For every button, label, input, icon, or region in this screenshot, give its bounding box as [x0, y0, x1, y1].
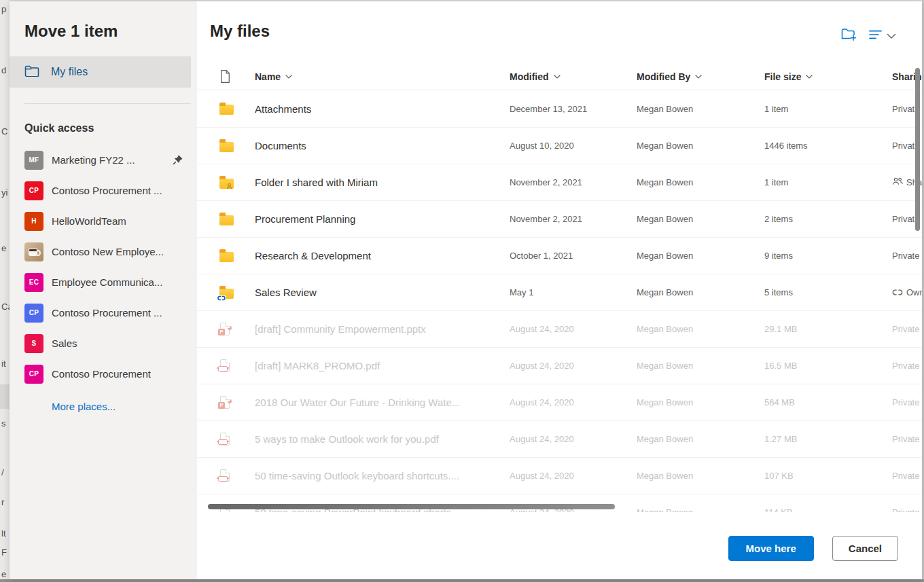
column-header-modified[interactable]: Modified — [510, 71, 637, 82]
table-row[interactable]: DocumentsAugust 10, 2020Megan Bowen1446 … — [197, 127, 922, 164]
folder-icon — [219, 105, 234, 115]
team-avatar: CP — [24, 181, 43, 200]
table-row[interactable]: Folder I shared with MiriamNovember 2, 2… — [197, 164, 922, 200]
row-modified-date: August 24, 2020 — [510, 471, 637, 481]
column-header-name[interactable]: Name — [255, 71, 510, 82]
column-header-modified-by[interactable]: Modified By — [637, 71, 764, 82]
coffee-mug-thumbnail — [24, 242, 43, 261]
table-header-row: Name Modified Modified By File size Shar… — [197, 63, 922, 90]
dialog-footer: Move here Cancel — [728, 536, 898, 561]
chevron-down-icon — [285, 75, 292, 79]
row-name: Folder I shared with Miriam — [255, 177, 510, 188]
chevron-down-icon — [806, 75, 813, 79]
quick-access-item[interactable]: Contoso New Employe... — [10, 236, 197, 267]
row-name: 5 ways to make Outlook work for you.pdf — [255, 433, 510, 445]
table-row[interactable]: Sales ReviewMay 1Megan Bowen5 itemsOwner — [197, 274, 922, 310]
powerpoint-file-icon: P — [219, 396, 231, 410]
background-text-fragment: r — [1, 497, 4, 507]
add-folder-icon — [841, 27, 857, 44]
row-sharing-status: Private — [892, 471, 922, 481]
pin-icon[interactable] — [172, 154, 183, 166]
row-file-size: 9 items — [764, 251, 892, 261]
new-folder-button[interactable] — [841, 27, 857, 44]
row-file-size: 2 items — [764, 214, 892, 224]
quick-access-item[interactable]: CPContoso Procurement ... — [10, 175, 197, 206]
more-places-link[interactable]: More places... — [52, 401, 116, 412]
row-sharing-status: Private — [892, 361, 922, 371]
row-type-icon-cell — [219, 213, 255, 225]
file-list: AttachmentsDecember 13, 2021Megan Bowen1… — [197, 90, 922, 512]
pdf-file-icon — [219, 359, 231, 373]
background-text-fragment: Ca — [1, 302, 10, 312]
row-modified-date: August 10, 2020 — [510, 141, 637, 151]
quick-access-label: Contoso New Employe... — [52, 246, 164, 257]
row-sharing-status: Private — [892, 507, 922, 512]
table-row[interactable]: Research & DevelopmentOctober 1, 2021Meg… — [197, 237, 922, 274]
background-text-fragment: s — [1, 418, 6, 429]
file-type-column-icon — [219, 69, 255, 84]
table-row: [draft] MARK8_PROMO.pdfAugust 24, 2020Me… — [197, 347, 922, 384]
quick-access-heading: Quick access — [24, 122, 197, 134]
dialog-title: Move 1 item — [10, 1, 197, 41]
background-text-fragment: p — [1, 4, 6, 14]
move-here-button[interactable]: Move here — [728, 536, 814, 561]
team-avatar: CP — [24, 365, 43, 384]
row-sharing-status: Private — [892, 434, 922, 444]
quick-access-item[interactable]: MFMarketing FY22 ... — [10, 145, 197, 175]
quick-access-label: Marketing FY22 ... — [52, 154, 135, 166]
background-text-fragment: it — [1, 359, 6, 369]
pdf-file-icon — [219, 433, 231, 446]
quick-access-item[interactable]: HHelloWorldTeam — [10, 206, 197, 236]
table-row[interactable]: AttachmentsDecember 13, 2021Megan Bowen1… — [197, 90, 922, 127]
row-modified-by: Megan Bowen — [637, 397, 764, 407]
row-file-size: 114 KB — [764, 507, 892, 512]
cancel-button[interactable]: Cancel — [832, 536, 898, 561]
row-file-size: 1 item — [764, 177, 892, 187]
sidebar-item-my-files[interactable]: My files — [10, 56, 191, 88]
row-sharing-status: Private — [892, 397, 922, 407]
row-sharing-status: Private — [892, 251, 922, 261]
row-type-icon-cell — [219, 177, 255, 189]
link-icon — [892, 287, 903, 297]
column-header-file-size[interactable]: File size — [764, 71, 892, 82]
row-name: Research & Development — [255, 250, 510, 261]
table-row[interactable]: Procurement PlanningNovember 2, 2021Mega… — [197, 200, 922, 237]
background-highlight-band — [0, 384, 10, 409]
background-text-fragment: e — [1, 569, 6, 579]
team-avatar: H — [24, 212, 43, 231]
quick-access-item[interactable]: CPContoso Procurement ... — [10, 297, 197, 328]
link-badge-icon — [217, 295, 226, 301]
quick-access-list: MFMarketing FY22 ...CPContoso Procuremen… — [10, 145, 197, 389]
chevron-down-icon — [695, 75, 702, 79]
shared-folder-icon — [219, 179, 234, 189]
row-modified-by: Megan Bowen — [637, 471, 764, 481]
row-name: Procurement Planning — [255, 213, 510, 225]
horizontal-scrollbar[interactable] — [208, 504, 615, 509]
background-text-fragment: e — [1, 243, 6, 253]
row-file-size: 107 KB — [764, 471, 892, 481]
quick-access-item[interactable]: ECEmployee Communica... — [10, 267, 197, 297]
row-modified-by: Megan Bowen — [637, 507, 764, 512]
quick-access-label: Contoso Procurement ... — [52, 307, 162, 319]
row-modified-date: May 1 — [510, 287, 637, 297]
row-name: [draft] Community Empowerment.pptx — [255, 323, 510, 335]
quick-access-item[interactable]: CPContoso Procurement — [10, 359, 197, 389]
row-type-icon-cell — [219, 433, 255, 446]
row-file-size: 29.1 MB — [764, 324, 892, 334]
person-badge-icon — [226, 180, 232, 192]
row-type-icon-cell — [219, 287, 255, 299]
row-type-icon-cell: P — [219, 323, 255, 336]
row-modified-date: August 24, 2020 — [510, 397, 637, 407]
quick-access-item[interactable]: SSales — [10, 328, 197, 359]
sort-options-button[interactable] — [869, 29, 896, 43]
move-item-dialog: Move 1 item My files Quick access MFMark… — [10, 1, 922, 579]
folder-icon — [219, 252, 234, 262]
row-modified-date: August 24, 2020 — [510, 434, 637, 444]
row-modified-by: Megan Bowen — [637, 177, 764, 187]
row-modified-by: Megan Bowen — [637, 214, 764, 224]
row-file-size: 1446 items — [764, 141, 892, 151]
row-file-size: 1.27 MB — [764, 434, 892, 444]
row-modified-date: October 1, 2021 — [510, 251, 637, 261]
background-text-fragment: F — [1, 547, 7, 558]
vertical-scrollbar[interactable] — [915, 68, 920, 231]
